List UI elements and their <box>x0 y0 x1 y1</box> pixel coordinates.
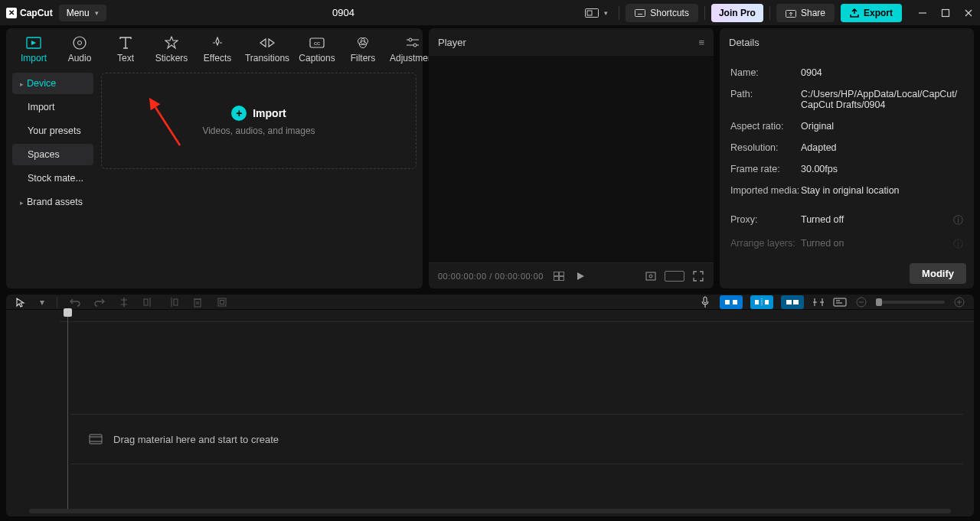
join-pro-label: Join Pro <box>719 8 756 18</box>
svg-rect-2 <box>635 9 645 16</box>
sidebar-item-brand[interactable]: ▸Brand assets <box>12 191 93 213</box>
sidebar-item-spaces[interactable]: Spaces <box>12 144 93 165</box>
grid-toggle-icon[interactable] <box>553 270 565 282</box>
zoom-thumb[interactable] <box>876 298 882 306</box>
tab-import[interactable]: Import <box>11 31 57 67</box>
sidebar-label: Stock mate... <box>28 173 83 184</box>
media-top-tabs: Import Audio Text Stickers Effects Trans… <box>6 28 423 67</box>
annotation-arrow <box>148 99 194 153</box>
share-label: Share <box>801 8 825 18</box>
timeline-body[interactable]: Drag material here and start to create <box>6 310 974 509</box>
tab-captions-label: Captions <box>294 53 340 63</box>
window-controls <box>917 8 974 18</box>
tab-filters[interactable]: Filters <box>340 31 386 67</box>
logo-icon: ✕ <box>6 8 17 18</box>
sidebar-item-stock[interactable]: Stock mate... <box>12 168 93 189</box>
split-right-tool[interactable] <box>166 295 180 309</box>
aspect-ratio-button[interactable] <box>580 5 612 21</box>
import-zone-subtitle: Videos, audios, and images <box>202 125 315 136</box>
sidebar-item-device[interactable]: ▸Device <box>12 73 93 94</box>
play-button[interactable] <box>574 270 586 282</box>
shortcuts-button[interactable]: Shortcuts <box>626 4 698 22</box>
player-menu-icon[interactable]: ≡ <box>698 37 704 48</box>
timeline-drop-hint: Drag material here and start to create <box>70 414 963 464</box>
menu-label: Menu <box>67 8 90 18</box>
fullscreen-icon[interactable] <box>692 270 704 282</box>
details-title: Details <box>729 37 760 48</box>
svg-rect-29 <box>559 276 564 280</box>
titlebar: ✕ CapCut Menu 0904 Shortcuts Join Pro Sh… <box>0 0 980 25</box>
divider <box>769 6 770 20</box>
timeline-tracks[interactable]: Drag material here and start to create <box>60 322 974 509</box>
export-button[interactable]: Export <box>841 4 902 22</box>
svg-rect-47 <box>733 300 737 304</box>
close-button[interactable] <box>963 8 974 18</box>
menu-button[interactable]: Menu <box>59 5 106 21</box>
redo-button[interactable] <box>93 295 106 309</box>
sidebar-label: Your presets <box>28 125 81 136</box>
tab-captions[interactable]: cc Captions <box>294 31 340 67</box>
share-button[interactable]: Share <box>776 4 835 22</box>
mic-button[interactable] <box>698 295 712 309</box>
detail-row-path: Path:C:/Users/HP/AppData/Local/CapCut/Ca… <box>730 83 963 116</box>
ratio-preview[interactable] <box>665 271 684 282</box>
sidebar-label: Brand assets <box>27 197 83 207</box>
detail-key: Resolution: <box>730 142 801 153</box>
player-viewport[interactable] <box>429 56 714 262</box>
sidebar-item-import[interactable]: Import <box>12 96 93 118</box>
effects-icon <box>209 34 226 51</box>
split-left-tool[interactable] <box>142 295 155 309</box>
detail-row-proxy: Proxy:Turned offⓘ <box>730 209 963 233</box>
svg-text:cc: cc <box>314 40 320 47</box>
import-dropzone[interactable]: + Import Videos, audios, and images <box>101 73 416 169</box>
help-icon[interactable]: ⓘ <box>953 238 963 251</box>
pointer-tool[interactable] <box>14 295 28 309</box>
tab-text[interactable]: Text <box>103 31 149 67</box>
sidebar-label: Device <box>27 78 56 89</box>
undo-button[interactable] <box>68 295 82 309</box>
magnet-button[interactable] <box>812 295 825 309</box>
zoom-slider[interactable] <box>876 301 945 304</box>
timeline-ruler[interactable] <box>60 310 974 322</box>
detail-key: Aspect ratio: <box>730 121 801 132</box>
join-pro-button[interactable]: Join Pro <box>711 4 763 22</box>
tab-effects[interactable]: Effects <box>194 31 240 67</box>
tab-audio[interactable]: Audio <box>57 31 103 67</box>
minimize-button[interactable] <box>917 8 928 18</box>
drop-hint-text: Drag material here and start to create <box>113 434 279 445</box>
preview-toggle[interactable] <box>833 295 847 309</box>
help-icon[interactable]: ⓘ <box>953 214 963 227</box>
import-side-list: ▸Device Import Your presets Spaces Stock… <box>12 73 93 282</box>
tab-filters-label: Filters <box>340 53 386 63</box>
timeline-scrollbar[interactable] <box>29 509 951 513</box>
split-tool[interactable] <box>117 295 131 309</box>
tab-transitions[interactable]: Transitions <box>240 31 294 67</box>
reframe-icon[interactable] <box>645 270 657 282</box>
zoom-in-button[interactable] <box>952 295 966 309</box>
tab-transitions-label: Transitions <box>240 53 294 63</box>
tool-dropdown[interactable]: ▾ <box>38 295 46 309</box>
time-sep: / <box>487 272 495 281</box>
svg-line-25 <box>152 103 180 145</box>
snap-mode-2[interactable] <box>750 295 773 309</box>
tab-stickers[interactable]: Stickers <box>149 31 194 67</box>
tab-stickers-label: Stickers <box>149 53 194 63</box>
app-name: CapCut <box>20 8 53 18</box>
modify-button[interactable]: Modify <box>910 263 966 284</box>
detail-key: Path: <box>730 89 801 110</box>
snap-mode-1[interactable] <box>720 295 743 309</box>
detail-row-imported: Imported media:Stay in original location <box>730 180 963 201</box>
player-header: Player ≡ <box>429 28 714 56</box>
svg-point-24 <box>413 44 416 47</box>
svg-rect-44 <box>220 300 224 304</box>
snap-mode-3[interactable] <box>781 295 804 309</box>
export-icon <box>850 8 859 18</box>
sidebar-item-presets[interactable]: Your presets <box>12 120 93 142</box>
delete-tool[interactable] <box>191 295 204 309</box>
details-header: Details <box>720 28 974 56</box>
clip-icon <box>89 434 103 444</box>
crop-tool[interactable] <box>215 295 229 309</box>
detail-key: Frame rate: <box>730 164 801 174</box>
maximize-button[interactable] <box>940 8 951 18</box>
zoom-out-button[interactable] <box>854 295 868 309</box>
